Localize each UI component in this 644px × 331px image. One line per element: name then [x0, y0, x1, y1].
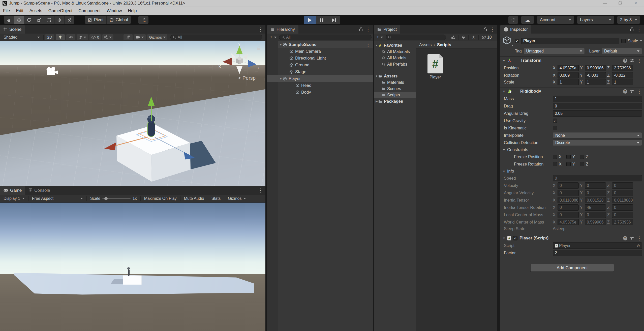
project-create-dropdown[interactable]: + [375, 34, 384, 41]
scene-gizmos-dropdown[interactable]: Gizmos [147, 34, 167, 40]
component-kebab[interactable]: ⋮ [637, 89, 642, 94]
scale-z-field[interactable]: 1 [612, 79, 633, 85]
global-toggle-button[interactable]: Global [107, 16, 131, 24]
maximize-on-play-button[interactable]: Maximize On Play [142, 195, 179, 202]
scene-search[interactable] [170, 35, 262, 40]
project-files-grid[interactable]: # Player [416, 49, 497, 331]
scene-search-input[interactable] [178, 35, 260, 40]
play-button[interactable] [304, 16, 316, 24]
help-icon[interactable]: ? [623, 236, 627, 240]
scene-effects-dropdown[interactable] [77, 34, 88, 40]
menu-file[interactable]: File [3, 8, 10, 13]
menu-assets[interactable]: Assets [29, 8, 42, 13]
static-checkbox[interactable] [621, 39, 626, 43]
search-by-label-button[interactable] [460, 34, 467, 41]
grid-snapping-button[interactable] [138, 16, 148, 24]
menu-window[interactable]: Window [107, 8, 122, 13]
hierarchy-row-player[interactable]: ▼ Player [267, 75, 373, 82]
drag-field[interactable]: 0 [553, 103, 642, 109]
freeze-position-y-checkbox[interactable] [566, 155, 571, 159]
scene-row-kebab[interactable]: ⋮ [366, 42, 371, 47]
layer-dropdown[interactable]: Default [602, 48, 642, 54]
mute-audio-button[interactable]: Mute Audio [182, 195, 206, 202]
lock-icon[interactable] [630, 27, 634, 32]
fold-open-icon[interactable]: ▼ [375, 75, 378, 77]
hierarchy-row-scene[interactable]: ▼ SampleScene ⋮ [278, 41, 373, 48]
project-row-all-models[interactable]: All Models [374, 55, 416, 61]
project-search[interactable] [386, 35, 446, 40]
move-tool-button[interactable] [14, 16, 24, 24]
pause-button[interactable] [316, 16, 328, 24]
aspect-ratio-dropdown[interactable]: Free Aspect [30, 195, 85, 202]
position-z-field[interactable]: 2.753956 [612, 65, 633, 71]
scene-orientation-gizmo[interactable]: y x z [218, 42, 261, 77]
project-hidden-count[interactable]: 10 [480, 34, 493, 41]
transform-tool-button[interactable] [54, 16, 65, 24]
freeze-rotation-z-checkbox[interactable] [580, 162, 584, 166]
game-menu-kebab[interactable]: ⋮ [258, 188, 263, 193]
factor-field[interactable]: 2 [553, 250, 642, 256]
info-foldout[interactable]: ▼ Info [500, 168, 644, 175]
gameobject-active-checkbox[interactable]: ✓ [515, 39, 519, 43]
rigidbody-header[interactable]: ▼ Rigidbody ? ⋮ [500, 87, 644, 95]
scene-tools-button[interactable] [124, 34, 133, 40]
progress-activity-button[interactable] [508, 16, 518, 24]
presets-icon[interactable] [630, 59, 634, 62]
display-dropdown[interactable]: Display 1 [2, 195, 27, 202]
collision-detection-dropdown[interactable]: Discrete [553, 140, 642, 146]
project-row-materials[interactable]: Materials [374, 79, 416, 86]
hierarchy-row-ground[interactable]: Ground [267, 62, 373, 68]
restore-button[interactable] [619, 1, 623, 6]
perspective-toggle[interactable]: < Persp [238, 75, 256, 81]
stats-button[interactable]: Stats [209, 195, 223, 202]
script-enabled-checkbox[interactable]: ✓ [513, 236, 517, 240]
asset-player-script[interactable]: # Player [425, 54, 445, 79]
component-kebab[interactable]: ⋮ [637, 58, 642, 63]
hierarchy-row-main-camera[interactable]: Main Camera [267, 48, 373, 55]
fold-open-icon[interactable]: ▼ [375, 44, 378, 47]
pivot-toggle-button[interactable]: Pivot [85, 16, 107, 24]
custom-tool-button[interactable] [65, 16, 74, 24]
tab-console[interactable]: Console [25, 186, 53, 195]
project-row-all-prefabs[interactable]: All Prefabs [374, 61, 416, 67]
tab-hierarchy[interactable]: Hierarchy [267, 25, 298, 34]
splitter-project-inspector[interactable] [497, 25, 500, 331]
scale-slider[interactable] [102, 198, 131, 199]
add-component-button[interactable]: Add Component [530, 264, 614, 272]
project-row-packages[interactable]: ▶ Packages [374, 98, 416, 104]
camera-gizmo-icon[interactable] [45, 66, 59, 77]
rect-tool-button[interactable] [44, 16, 54, 24]
fold-open-icon[interactable]: ▼ [279, 77, 283, 80]
constraints-foldout[interactable]: ▼ Constraints [500, 146, 644, 153]
grid-visibility-dropdown[interactable] [102, 34, 113, 40]
close-button[interactable]: ✕ [634, 1, 637, 5]
scale-slider-thumb[interactable] [104, 197, 108, 200]
scene-gizmo-lock-icon[interactable] [257, 46, 261, 50]
presets-icon[interactable] [630, 90, 634, 93]
cloud-services-button[interactable]: ☁ [521, 16, 534, 24]
hand-tool-button[interactable] [4, 16, 14, 24]
favorites-filter-button[interactable]: ★ [470, 34, 477, 41]
scene-menu-kebab[interactable]: ⋮ [258, 27, 263, 32]
hierarchy-menu-kebab[interactable]: ⋮ [366, 27, 371, 32]
hierarchy-row-stage[interactable]: Stage [267, 68, 373, 75]
transform-header[interactable]: ▼ Transform ? ⋮ [500, 57, 644, 64]
hierarchy-search-input[interactable] [286, 35, 369, 40]
interpolate-dropdown[interactable]: None [553, 132, 642, 139]
hierarchy-row-head[interactable]: Head [267, 82, 373, 89]
lock-icon[interactable] [483, 27, 487, 32]
fold-open-icon[interactable]: ▼ [279, 43, 283, 46]
component-kebab[interactable]: ⋮ [637, 236, 642, 241]
script-object-field[interactable]: # Player ⊙ [553, 242, 642, 249]
presets-icon[interactable] [630, 236, 634, 240]
menu-component[interactable]: Component [78, 8, 101, 13]
tab-project[interactable]: Project [374, 25, 400, 34]
rotation-z-field[interactable]: -0.022 [612, 72, 633, 78]
hierarchy-row-directional-light[interactable]: Directional Light [267, 55, 373, 62]
scene-viewport[interactable]: y x z < Persp [0, 41, 265, 186]
tab-scene[interactable]: Scene [0, 25, 25, 34]
hierarchy-create-dropdown[interactable]: + [269, 34, 278, 41]
project-row-favorites[interactable]: ▼ ★ Favorites [374, 42, 416, 48]
scale-y-field[interactable]: 1 [585, 79, 606, 85]
fold-open-icon[interactable]: ▼ [503, 90, 505, 93]
